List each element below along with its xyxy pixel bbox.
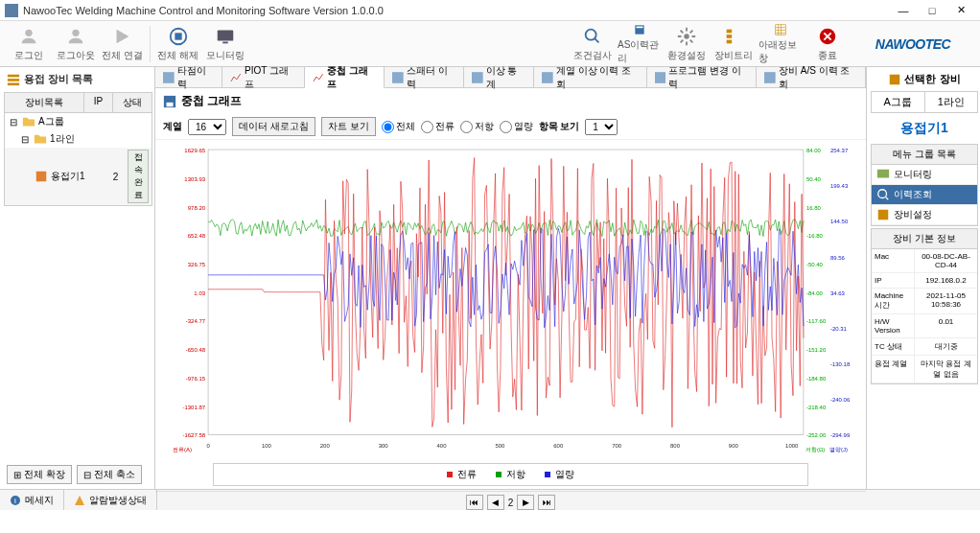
item-select[interactable]: 1 <box>585 119 618 135</box>
tab-spot-history[interactable]: 타점이력 <box>155 67 222 87</box>
view-chart-button[interactable]: 차트 보기 <box>321 117 376 136</box>
pager-first[interactable]: ⏮ <box>466 495 483 510</box>
monitor-icon <box>876 168 890 181</box>
disconnect-all-button[interactable]: 전체 해제 <box>156 23 199 65</box>
svg-text:-976.15: -976.15 <box>186 376 206 382</box>
svg-text:600: 600 <box>553 443 564 449</box>
exit-button[interactable]: 종료 <box>805 23 849 65</box>
svg-text:326.75: 326.75 <box>188 262 206 267</box>
tab-abnormal-stats[interactable]: 이상 통계 <box>464 67 534 87</box>
svg-text:-324.77: -324.77 <box>186 318 206 324</box>
svg-text:300: 300 <box>379 443 389 449</box>
monitoring-button[interactable]: 모니터링 <box>203 23 246 65</box>
svg-text:34.63: 34.63 <box>830 290 846 296</box>
svg-rect-20 <box>392 72 404 83</box>
opt-all[interactable]: 전체 <box>382 120 415 133</box>
bc-line: 1라인 <box>925 92 978 112</box>
svg-rect-16 <box>8 79 19 81</box>
bc-group: A그룹 <box>872 92 925 112</box>
tab-equip-as[interactable]: 장비 A/S 이력 조회 <box>757 67 866 87</box>
selected-device-name: 용접기1 <box>869 115 980 142</box>
svg-rect-73 <box>890 74 900 84</box>
window-title: NawooTec Welding Machine Control and Mon… <box>23 5 889 16</box>
history-icon <box>876 188 890 201</box>
svg-rect-12 <box>726 39 732 43</box>
svg-text:-650.48: -650.48 <box>186 347 206 353</box>
minimize-button[interactable]: — <box>889 1 918 20</box>
tree-group-row[interactable]: ⊟ A그룹 <box>5 113 152 130</box>
maximize-button[interactable]: □ <box>918 1 946 20</box>
login-button[interactable]: 로그인 <box>7 23 50 65</box>
svg-rect-24 <box>764 72 776 83</box>
env-setting-button[interactable]: 환경설정 <box>665 23 708 65</box>
tab-series-abnormal[interactable]: 계열 이상 이력 조회 <box>534 67 646 87</box>
chart-legend: 전류 저항 열량 <box>213 463 808 486</box>
pager-page: 2 <box>508 498 514 508</box>
series-select[interactable]: 16 <box>188 119 226 135</box>
tab-alarm[interactable]: 알람발생상태 <box>64 490 157 510</box>
tab-program-change[interactable]: 프로그램 변경 이력 <box>647 67 758 87</box>
main-toolbar: 로그인 로그아웃 전체 연결 전체 해제 모니터링 조건검사 AS이력관리 환경… <box>0 21 980 67</box>
svg-rect-21 <box>472 72 483 83</box>
svg-text:50.40: 50.40 <box>806 176 822 182</box>
svg-text:-117.60: -117.60 <box>806 318 827 324</box>
as-history-button[interactable]: AS이력관리 <box>618 23 661 65</box>
app-icon <box>5 4 18 17</box>
svg-text:-184.80: -184.80 <box>806 376 827 382</box>
svg-rect-4 <box>217 30 233 40</box>
logout-button[interactable]: 로그아웃 <box>54 23 97 65</box>
chart-title: 중첩 그래프 <box>181 93 242 109</box>
svg-text:-252.00: -252.00 <box>806 432 827 438</box>
expand-all-button[interactable]: ⊞전체 확장 <box>7 465 72 484</box>
refresh-button[interactable]: 데이터 새로고침 <box>232 117 315 136</box>
svg-rect-74 <box>877 170 889 178</box>
expand-icon[interactable]: ⊟ <box>19 134 31 145</box>
save-icon[interactable] <box>163 95 176 108</box>
pager-last[interactable]: ⏭ <box>538 495 555 510</box>
folder-icon <box>22 115 35 128</box>
titlebar: NawooTec Welding Machine Control and Mon… <box>0 0 980 21</box>
svg-text:1.03: 1.03 <box>194 290 205 296</box>
svg-text:84.00: 84.00 <box>806 148 822 153</box>
tree-device-row[interactable]: 용접기1 2 접속완료 <box>5 148 152 205</box>
connect-all-button[interactable]: 전체 연결 <box>101 23 144 65</box>
svg-text:254.37: 254.37 <box>830 148 849 153</box>
svg-rect-22 <box>542 72 553 83</box>
item-view-label: 항목 보기 <box>539 120 580 133</box>
svg-text:0: 0 <box>206 443 210 449</box>
menu-monitoring[interactable]: 모니터링 <box>872 165 977 185</box>
opt-resist[interactable]: 저항 <box>460 120 494 133</box>
legend-heat: 열량 <box>545 468 574 481</box>
pager-prev[interactable]: ◀ <box>487 495 504 510</box>
svg-text:978.20: 978.20 <box>188 204 206 210</box>
svg-rect-76 <box>878 210 889 220</box>
tab-overlap-graph[interactable]: 중첩 그래프 <box>305 67 385 88</box>
overlap-chart: -1627.58-1301.87-976.15-650.48-324.771.0… <box>165 145 856 453</box>
svg-rect-23 <box>655 72 666 83</box>
svg-text:100: 100 <box>262 443 272 449</box>
chart-area: -1627.58-1301.87-976.15-650.48-324.771.0… <box>155 140 866 458</box>
pager: ⏮ ◀ 2 ▶ ⏭ <box>155 491 866 513</box>
folder-icon <box>34 132 47 146</box>
opt-current[interactable]: 전류 <box>421 120 455 133</box>
tab-spatter-history[interactable]: 스패터 이력 <box>385 67 464 87</box>
pager-next[interactable]: ▶ <box>517 495 534 510</box>
menu-setting[interactable]: 장비설정 <box>872 205 977 225</box>
svg-text:144.50: 144.50 <box>830 219 849 224</box>
svg-text:-1301.87: -1301.87 <box>182 405 205 410</box>
tree-line-row[interactable]: ⊟ 1라인 <box>5 130 152 148</box>
opt-heat[interactable]: 열량 <box>500 120 533 133</box>
sub-info-button[interactable]: 아래정보창 <box>758 23 802 65</box>
legend-resist: 저항 <box>496 468 525 481</box>
tab-piot-graph[interactable]: PIOT 그래프 <box>222 67 305 87</box>
svg-text:-1627.58: -1627.58 <box>182 432 205 438</box>
svg-text:652.48: 652.48 <box>188 233 206 239</box>
expand-icon[interactable]: ⊟ <box>8 117 19 127</box>
collapse-all-button[interactable]: ⊟전체 축소 <box>77 465 142 484</box>
cond-check-button[interactable]: 조건검사 <box>571 23 614 65</box>
svg-rect-11 <box>726 35 732 38</box>
menu-history[interactable]: 이력조회 <box>872 185 977 205</box>
close-button[interactable]: ✕ <box>946 1 975 20</box>
tab-message[interactable]: i메세지 <box>0 490 64 510</box>
equip-tree-button[interactable]: 장비트리 <box>712 23 755 65</box>
